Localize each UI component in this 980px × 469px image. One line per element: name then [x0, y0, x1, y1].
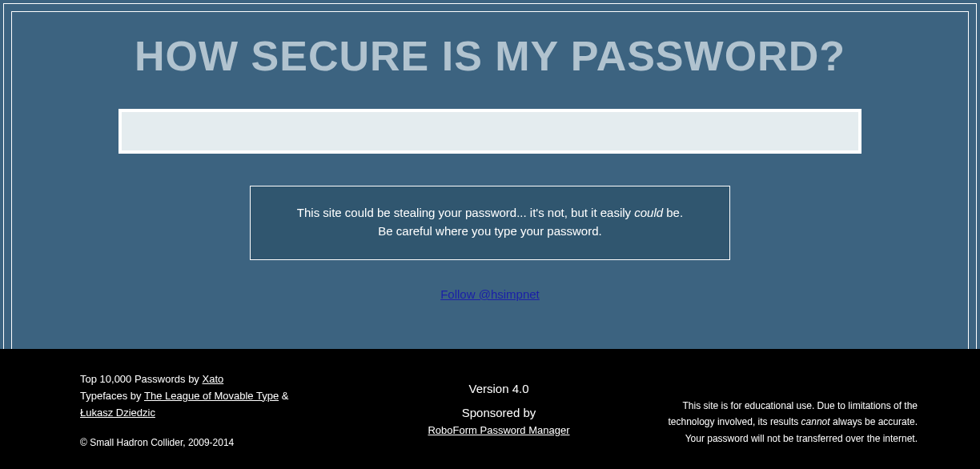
warning-line-1-em: could [634, 206, 663, 219]
sponsored-by-label: Sponsored by [462, 403, 536, 423]
lukasz-link[interactable]: Łukasz Dziedzic [80, 407, 155, 419]
footer-credits-typefaces-amp: & [279, 390, 288, 402]
disclaimer-line-1: This site is for educational use. Due to… [638, 398, 918, 414]
footer-left: Top 10,000 Passwords by Xato Typefaces b… [80, 371, 359, 447]
main-area: HOW SECURE IS MY PASSWORD? This site cou… [0, 0, 980, 349]
footer-credits-typefaces: Typefaces by The League of Movable Type … [80, 388, 359, 405]
footer-copyright: © Small Hadron Collider, 2009-2014 [80, 435, 359, 451]
footer: Top 10,000 Passwords by Xato Typefaces b… [0, 349, 980, 469]
footer-credits-passwords-pre: Top 10,000 Passwords by [80, 373, 202, 385]
xato-link[interactable]: Xato [202, 373, 223, 385]
footer-center: Version 4.0 Sponsored by RoboForm Passwo… [359, 371, 639, 447]
footer-credits-passwords: Top 10,000 Passwords by Xato [80, 371, 359, 388]
warning-line-1-post: be. [663, 206, 683, 219]
disclaimer-line-3: Your password will not be transferred ov… [638, 431, 918, 447]
password-input-wrap [118, 109, 862, 154]
disclaimer-line-2: technology involved, its results cannot … [638, 414, 918, 430]
sponsor-link[interactable]: RoboForm Password Manager [428, 424, 569, 436]
password-input-inner [122, 112, 858, 150]
disclaimer-line-2-em: cannot [801, 416, 830, 427]
version-label: Version 4.0 [468, 379, 528, 399]
disclaimer-line-2-post: always be accurate. [830, 416, 918, 427]
twitter-follow-link[interactable]: Follow @hsimpnet [440, 287, 540, 301]
disclaimer-line-2-pre: technology involved, its results [669, 416, 801, 427]
league-link[interactable]: The League of Movable Type [144, 390, 279, 402]
page-title: HOW SECURE IS MY PASSWORD? [135, 32, 845, 80]
footer-credits-typefaces-2: Łukasz Dziedzic [80, 405, 359, 422]
footer-right: This site is for educational use. Due to… [638, 371, 918, 447]
password-input[interactable] [138, 119, 842, 143]
footer-credits-typefaces-pre: Typefaces by [80, 390, 144, 402]
warning-line-1: This site could be stealing your passwor… [270, 204, 710, 222]
warning-line-2: Be careful where you type your password. [270, 222, 710, 241]
warning-line-1-pre: This site could be stealing your passwor… [297, 206, 634, 219]
warning-box: This site could be stealing your passwor… [250, 186, 730, 260]
